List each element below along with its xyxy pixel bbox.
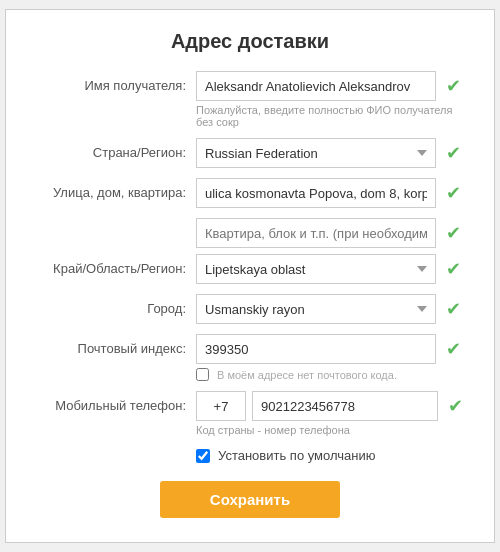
city-select[interactable]: Usmanskiy rayon	[196, 294, 436, 324]
name-label: Имя получателя:	[36, 71, 196, 95]
phone-field-wrap: ✔ Код страны - номер телефона	[196, 391, 466, 436]
country-input-wrap: Russian Federation ✔	[196, 138, 464, 168]
region-check-icon: ✔	[442, 260, 464, 278]
save-btn-wrap: Сохранить	[36, 481, 464, 518]
apt-row: ✔	[36, 218, 464, 248]
phone-check-icon: ✔	[444, 397, 466, 415]
delivery-address-dialog: Адрес доставки Имя получателя: ✔ Пожалуй…	[5, 9, 495, 543]
dialog-title: Адрес доставки	[36, 30, 464, 53]
region-label: Край/Область/Регион:	[36, 254, 196, 278]
city-row: Город: Usmanskiy rayon ✔	[36, 294, 464, 324]
country-field-wrap: Russian Federation ✔	[196, 138, 464, 168]
street-label: Улица, дом, квартира:	[36, 178, 196, 202]
postal-check-icon: ✔	[442, 340, 464, 358]
phone-label: Мобильный телефон:	[36, 391, 196, 415]
apt-check-icon: ✔	[442, 224, 464, 242]
name-row: Имя получателя: ✔ Пожалуйста, введите по…	[36, 71, 464, 128]
postal-row: Почтовый индекс: ✔ В моём адресе нет поч…	[36, 334, 464, 381]
phone-inputs	[196, 391, 438, 421]
phone-hint: Код страны - номер телефона	[196, 424, 466, 436]
phone-code-input[interactable]	[196, 391, 246, 421]
street-row: Улица, дом, квартира: ✔	[36, 178, 464, 208]
no-postal-checkbox[interactable]	[196, 368, 209, 381]
city-input-wrap: Usmanskiy rayon ✔	[196, 294, 464, 324]
apt-field-wrap: ✔	[196, 218, 464, 248]
no-postal-label: В моём адресе нет почтового кода.	[217, 369, 397, 381]
name-hint: Пожалуйста, введите полностью ФИО получа…	[196, 104, 464, 128]
name-input[interactable]	[196, 71, 436, 101]
apt-label	[36, 218, 196, 224]
phone-input-wrap: ✔	[196, 391, 466, 421]
street-input[interactable]	[196, 178, 436, 208]
country-select[interactable]: Russian Federation	[196, 138, 436, 168]
apt-input-wrap: ✔	[196, 218, 464, 248]
region-row: Край/Область/Регион: Lipetskaya oblast ✔	[36, 254, 464, 284]
postal-field-wrap: ✔ В моём адресе нет почтового кода.	[196, 334, 464, 381]
country-check-icon: ✔	[442, 144, 464, 162]
street-field-wrap: ✔	[196, 178, 464, 208]
apt-input[interactable]	[196, 218, 436, 248]
street-check-icon: ✔	[442, 184, 464, 202]
phone-row: Мобильный телефон: ✔ Код страны - номер …	[36, 391, 464, 436]
phone-number-input[interactable]	[252, 391, 438, 421]
postal-input[interactable]	[196, 334, 436, 364]
country-row: Страна/Регион: Russian Federation ✔	[36, 138, 464, 168]
city-label: Город:	[36, 294, 196, 318]
name-input-wrap: ✔	[196, 71, 464, 101]
region-select[interactable]: Lipetskaya oblast	[196, 254, 436, 284]
set-default-label: Установить по умолчанию	[218, 448, 375, 463]
save-button[interactable]: Сохранить	[160, 481, 340, 518]
city-field-wrap: Usmanskiy rayon ✔	[196, 294, 464, 324]
no-postal-row: В моём адресе нет почтового кода.	[196, 368, 464, 381]
street-input-wrap: ✔	[196, 178, 464, 208]
postal-label: Почтовый индекс:	[36, 334, 196, 358]
name-field-wrap: ✔ Пожалуйста, введите полностью ФИО полу…	[196, 71, 464, 128]
country-label: Страна/Регион:	[36, 138, 196, 162]
city-check-icon: ✔	[442, 300, 464, 318]
region-input-wrap: Lipetskaya oblast ✔	[196, 254, 464, 284]
set-default-checkbox[interactable]	[196, 449, 210, 463]
region-field-wrap: Lipetskaya oblast ✔	[196, 254, 464, 284]
name-check-icon: ✔	[442, 77, 464, 95]
default-row: Установить по умолчанию	[196, 448, 464, 463]
postal-input-wrap: ✔	[196, 334, 464, 364]
